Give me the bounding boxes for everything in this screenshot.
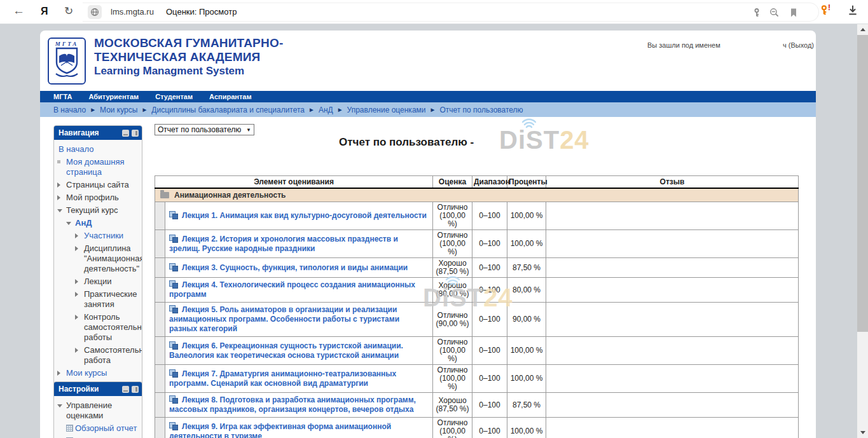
tree-collapsed-icon[interactable] (75, 348, 78, 353)
password-alert-icon[interactable]: ! (819, 4, 830, 18)
grade-value-cell: Отлично(100,00 %) (433, 365, 472, 393)
sidebar-tree-item[interactable]: Управление оценками (55, 400, 139, 421)
sidebar-tree-item[interactable]: Текущий курс (55, 205, 139, 216)
sidebar-tree-item[interactable]: Практические занятия (55, 289, 139, 310)
yandex-icon[interactable]: Я (41, 6, 48, 17)
grade-item-link[interactable]: Лекция 3. Сущность, функция, типология и… (182, 263, 408, 272)
grade-row: Лекция 1. Анимация как вид культурно-дос… (155, 202, 799, 230)
sidebar-tree-item[interactable]: Лекции (55, 277, 139, 287)
refresh-icon[interactable]: ↻ (64, 4, 73, 18)
sidebar-tree-item[interactable]: Мои курсы (55, 368, 139, 378)
grade-item-cell: Лекция 5. Роль аниматоров в организации … (165, 303, 433, 337)
scrollbar-thumb[interactable] (857, 35, 868, 332)
grade-item-cell: Лекция 3. Сущность, функция, типология и… (165, 258, 433, 278)
tree-collapsed-icon[interactable] (75, 279, 78, 284)
grade-value-cell: Отлично(100,00 %) (433, 230, 472, 258)
breadcrumb-separator: ► (141, 106, 148, 113)
breadcrumb: В начало►Мои курсы►Дисциплины бакалавриа… (40, 102, 816, 117)
sidebar-item-label: Текущий курс (66, 205, 118, 215)
report-type-select[interactable]: Отчет по пользователю ▼ (155, 124, 254, 135)
block-hide-icon[interactable] (122, 386, 129, 393)
breadcrumb-link[interactable]: Управление оценками (347, 106, 426, 114)
sidebar-tree-item[interactable]: Мой профиль (55, 193, 139, 203)
nav-item-mgta[interactable]: МГТА (53, 93, 72, 100)
academy-logo[interactable]: МГТА (48, 38, 86, 85)
grade-item-link[interactable]: Лекция 5. Роль аниматоров в организации … (169, 305, 399, 333)
url-text[interactable]: lms.mgta.ru (111, 7, 154, 17)
watermark-orange-part: 24 (560, 126, 589, 154)
tree-expanded-icon[interactable] (66, 222, 71, 225)
nav-item-aspirantam[interactable]: Аспирантам (209, 93, 251, 100)
feedback-cell (546, 337, 799, 365)
range-cell: 0–100 (472, 278, 507, 303)
breadcrumb-link[interactable]: АнД (319, 106, 333, 114)
block-hide-icon[interactable] (122, 130, 129, 137)
settings-block: Настройки Управление оценкамиОбзорный от… (53, 381, 142, 438)
grade-item-cell: Лекция 6. Рекреационная сущность туристс… (165, 337, 433, 365)
tree-collapsed-icon[interactable] (57, 195, 60, 200)
tree-collapsed-icon[interactable] (57, 371, 60, 376)
bookmark-icon[interactable] (789, 8, 799, 18)
grade-row: Лекция 9. Игра как эффективная форма ани… (155, 418, 799, 438)
range-cell: 0–100 (472, 202, 507, 230)
grade-item-link[interactable]: Лекция 4. Технологический процесс создан… (169, 280, 415, 299)
logout-link[interactable]: ч (Выход) (783, 41, 814, 49)
grade-item-link[interactable]: Лекция 1. Анимация как вид культурно-дос… (182, 211, 427, 220)
percent-cell: 100,00 % (507, 202, 546, 230)
back-icon[interactable]: ← (13, 4, 25, 18)
grade-row: Лекция 4. Технологический процесс создан… (155, 278, 799, 303)
sidebar-tree-item[interactable]: Самостоятельная работа (55, 345, 139, 366)
dist24-watermark: DiST24 (499, 126, 589, 154)
breadcrumb-link[interactable]: Мои курсы (100, 106, 137, 114)
tree-collapsed-icon[interactable] (57, 182, 60, 188)
breadcrumb-link[interactable]: В начало (53, 106, 86, 114)
sidebar-tree-item[interactable]: АнД (55, 218, 139, 228)
sidebar-tree-item[interactable]: Контроль самостоятельной работы (55, 312, 139, 343)
tree-expanded-icon[interactable] (57, 404, 62, 407)
window-scrollbar[interactable] (857, 24, 868, 438)
grade-item-cell: Лекция 7. Драматургия анимационно-театра… (165, 365, 433, 393)
tree-collapsed-icon[interactable] (75, 246, 78, 251)
breadcrumb-link[interactable]: Дисциплины бакалавриата и специалитета (151, 106, 305, 114)
col-header-range: Диапазон (472, 176, 507, 189)
breadcrumb-link[interactable]: Отчет по пользователю (439, 106, 523, 114)
page-title-text: Оценки: Просмотр (166, 7, 237, 17)
grade-item-link[interactable]: Лекция 7. Драматургия анимационно-театра… (169, 369, 396, 388)
grade-value-cell: Отлично(100,00 %) (433, 337, 472, 365)
feedback-cell (546, 202, 799, 230)
sidebar-tree-item[interactable]: Страницы сайта (55, 180, 139, 190)
watermark-gray-part: DiST (499, 126, 560, 154)
percent-cell: 80,00 % (507, 278, 546, 303)
sidebar-tree-item[interactable]: В начало (55, 144, 139, 154)
grade-item-link[interactable]: Лекция 2. История и хронология массовых … (169, 235, 398, 253)
key-icon[interactable] (752, 8, 762, 18)
sidebar-item-label: Контроль самостоятельной работы (84, 312, 142, 342)
block-dock-icon[interactable] (132, 130, 139, 137)
percent-cell: 87,50 % (507, 258, 546, 278)
nav-item-studentam[interactable]: Студентам (155, 93, 193, 100)
sidebar-tree-item[interactable]: Участники (55, 231, 139, 241)
grade-item-link[interactable]: Лекция 9. Игра как эффективная форма ани… (169, 422, 391, 438)
feedback-cell (546, 278, 799, 303)
indent-cell (155, 202, 165, 230)
sidebar-tree-item[interactable]: Моя домашняя страница (55, 157, 139, 177)
zoom-icon[interactable] (769, 8, 780, 18)
tree-expanded-icon[interactable] (57, 209, 62, 212)
nav-item-abiturientam[interactable]: Абитуриентам (88, 93, 139, 100)
grade-item-link[interactable]: Лекция 8. Подготовка и разработка анимац… (169, 395, 416, 414)
tree-collapsed-icon[interactable] (75, 315, 78, 320)
download-icon[interactable] (847, 4, 858, 16)
category-row: Анимационная деятельность (155, 188, 799, 202)
scrollbar-up-button[interactable] (857, 24, 868, 35)
block-dock-icon[interactable] (132, 386, 139, 393)
navigation-block-header: Навигация (54, 126, 142, 140)
lesson-icon (169, 305, 178, 313)
scrollbar-down-button[interactable] (857, 427, 868, 438)
grade-item-link[interactable]: Лекция 6. Рекреационная сущность туристс… (169, 341, 403, 360)
address-bar[interactable]: lms.mgta.ru Оценки: Просмотр (83, 3, 819, 22)
sidebar-tree-item[interactable]: Дисциплина "Анимационная деятельность" (55, 243, 139, 274)
sidebar-tree-item[interactable]: Обзорный отчет (55, 423, 139, 434)
tree-collapsed-icon[interactable] (75, 233, 78, 238)
tree-collapsed-icon[interactable] (75, 292, 78, 297)
settings-block-title: Настройки (59, 385, 120, 394)
